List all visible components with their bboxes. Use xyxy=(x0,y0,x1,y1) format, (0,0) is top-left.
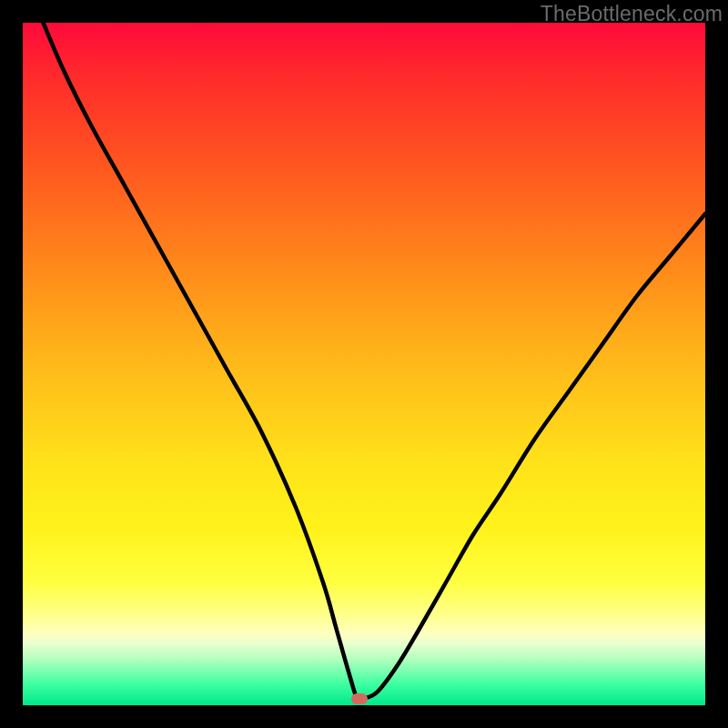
minimum-marker xyxy=(351,693,368,704)
curve-svg xyxy=(23,23,705,705)
plot-area xyxy=(23,23,705,705)
bottleneck-curve xyxy=(44,23,706,700)
chart-frame: TheBottleneck.com xyxy=(0,0,728,728)
